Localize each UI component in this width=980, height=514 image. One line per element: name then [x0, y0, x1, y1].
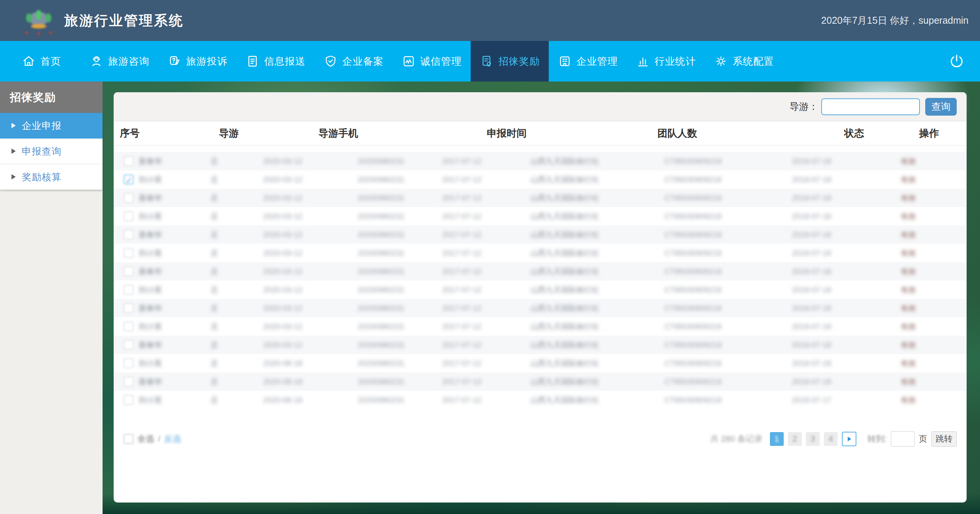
nav-item-home[interactable]: 首页 [2, 41, 80, 82]
row-checkbox[interactable] [124, 248, 134, 258]
consult-icon [90, 54, 103, 68]
invert-select-label[interactable]: 反选 [164, 433, 181, 445]
row-checkbox[interactable] [124, 340, 134, 350]
row-checkbox[interactable] [124, 303, 134, 313]
goto-page-input[interactable] [891, 431, 915, 447]
nav-item-stats[interactable]: 行业统计 [627, 41, 705, 82]
cell-name: 新春华 [139, 189, 196, 207]
nav-item-reward[interactable]: 招徕奖励 [471, 41, 549, 82]
nav-items: 首页旅游咨询旅游投诉信息报送企业备案诚信管理招徕奖励企业管理行业统计系统配置 [2, 41, 783, 82]
cell-status: 有效 [882, 391, 935, 409]
next-page-button[interactable] [842, 432, 856, 446]
cell-status: 有效 [882, 336, 935, 354]
logout-button[interactable] [943, 48, 970, 75]
question-bubble-icon [168, 54, 181, 68]
nav-item-record[interactable]: 企业备案 [315, 41, 393, 82]
goto-label: 转到: [867, 433, 887, 445]
column-header: 状态 [844, 121, 864, 145]
row-checkbox[interactable] [124, 211, 134, 221]
jump-button[interactable]: 跳转 [931, 431, 957, 447]
row-checkbox[interactable] [124, 156, 134, 166]
row-checkbox[interactable] [124, 395, 134, 405]
pagination: 共 280 条记录 1234 转到: 页 跳转 [710, 431, 957, 447]
cell-date1: 2020-03-12 [245, 317, 321, 336]
nav-item-label: 招徕奖励 [499, 55, 540, 68]
building-icon [558, 54, 572, 68]
cell-code: CT85030909218 [636, 244, 750, 262]
sidebar-item-reward-calc[interactable]: 奖励核算 [0, 164, 103, 190]
guide-search-label: 导游： [789, 100, 818, 113]
nav-item-label: 旅游投诉 [186, 55, 228, 68]
cell-code: CT85030909218 [636, 262, 750, 281]
page-button-4[interactable]: 4 [824, 432, 838, 446]
page-number: 1 [775, 434, 779, 444]
row-checkbox[interactable] [124, 230, 134, 240]
gear-icon [714, 54, 728, 68]
cell-comp: 山西九天国际旅行社 [498, 281, 632, 299]
nav-item-config[interactable]: 系统配置 [705, 41, 783, 82]
nav-item-label: 首页 [41, 55, 61, 68]
row-checkbox[interactable] [124, 321, 134, 331]
sidebar-item-label: 申报查询 [22, 145, 62, 158]
row-checkbox[interactable] [124, 175, 134, 184]
nav-item-enterprise[interactable]: 企业管理 [549, 41, 627, 82]
column-header: 序号 [120, 121, 140, 145]
cell-date1: 2020-03-12 [245, 244, 321, 262]
cell-guide: 是 [191, 244, 237, 262]
cell-name: 刘小英 [139, 207, 196, 225]
nav-item-credit[interactable]: 诚信管理 [393, 41, 471, 82]
search-button[interactable]: 查询 [925, 98, 957, 116]
row-checkbox[interactable] [124, 358, 134, 368]
config-icon [714, 54, 728, 68]
table-row: 新春华是2020-03-12202009802312017-07-12山西九天国… [114, 225, 967, 244]
cell-name: 新春华 [139, 262, 196, 281]
row-checkbox[interactable] [124, 266, 134, 276]
page-button-1[interactable]: 1 [770, 432, 784, 446]
select-controls: 全选 / 反选 [124, 433, 181, 445]
nav-item-label: 行业统计 [655, 55, 696, 68]
column-header: 导游手机 [318, 121, 358, 145]
cell-date1: 2020-03-12 [245, 207, 321, 225]
power-icon [948, 53, 965, 70]
cell-comp: 山西九天国际旅行社 [498, 152, 632, 170]
select-all-label[interactable]: 全选 [137, 433, 154, 445]
table-row: 刘小英是2020-08-18202009802312017-07-12山西九天国… [114, 391, 967, 409]
document-icon [246, 54, 259, 68]
cell-comp: 山西九天国际旅行社 [498, 262, 632, 281]
sidebar-item-enterprise-declare[interactable]: 企业申报 [0, 113, 103, 139]
page-button-3[interactable]: 3 [806, 432, 820, 446]
guide-search-input[interactable] [821, 98, 920, 115]
sidebar: 招徕奖励 企业申报申报查询奖励核算 [0, 82, 103, 514]
play-arrow-icon [845, 435, 853, 443]
cell-name: 新春华 [139, 299, 196, 317]
nav-item-report[interactable]: 信息报送 [236, 41, 315, 82]
nav-item-consult[interactable]: 旅游咨询 [80, 41, 158, 82]
cell-date3: 2018-07-18 [754, 372, 869, 391]
consultant-icon [90, 54, 103, 68]
cell-date1: 2020-03-12 [245, 281, 321, 299]
arrow-right-icon [11, 123, 16, 128]
cell-code: CT85030909218 [636, 207, 750, 225]
select-all-checkbox[interactable] [124, 434, 134, 444]
cell-code: CT85030909218 [636, 354, 750, 372]
home-icon [22, 54, 36, 68]
cell-guide: 是 [191, 262, 237, 281]
cell-comp: 山西九天国际旅行社 [498, 317, 632, 336]
nav-item-complaint[interactable]: 旅游投诉 [158, 41, 236, 82]
user-greeting: 2020年7月15日 你好，superadmin [821, 0, 969, 41]
cell-guide: 是 [191, 391, 237, 409]
stats-icon [636, 54, 650, 68]
sidebar-item-declare-query[interactable]: 申报查询 [0, 139, 103, 164]
row-checkbox[interactable] [124, 285, 134, 295]
reward-document-icon [480, 54, 494, 68]
credit-icon [402, 54, 416, 68]
sidebar-item-label: 奖励核算 [22, 171, 62, 183]
page-button-2[interactable]: 2 [788, 432, 802, 446]
cell-status: 有效 [882, 207, 935, 225]
row-checkbox[interactable] [124, 377, 134, 387]
table-row: 新春华是2020-03-12202009802312017-07-12山西九天国… [114, 262, 967, 281]
row-checkbox[interactable] [124, 193, 134, 203]
page-number: 4 [828, 434, 833, 444]
select-separator: / [158, 434, 160, 444]
cell-date3: 2018-07-18 [754, 225, 869, 244]
